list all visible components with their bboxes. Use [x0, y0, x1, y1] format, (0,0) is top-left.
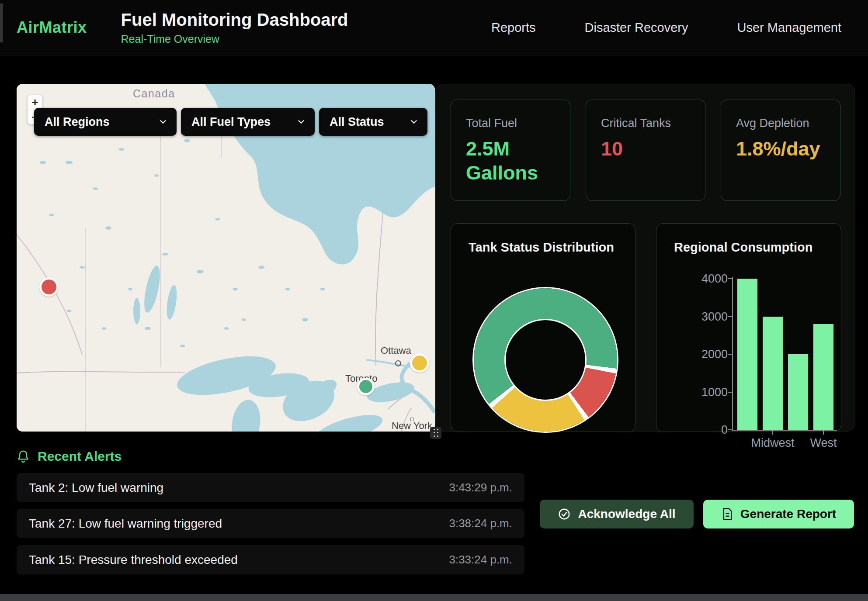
map-filters: All RegionsAll Fuel TypesAll Status	[34, 108, 427, 136]
stat-card-critical-tanks: Critical Tanks10	[586, 100, 705, 201]
alert-row[interactable]: Tank 27: Low fuel warning triggered3:38:…	[17, 509, 524, 538]
recent-alerts-header: Recent Alerts	[17, 449, 122, 464]
y-tick-label: 3000	[689, 310, 728, 323]
tank-status-donut-chart	[474, 288, 617, 432]
main-nav: ReportsDisaster RecoveryUser Management	[491, 21, 841, 35]
map-marker-critical[interactable]	[39, 277, 59, 297]
y-tick-label: 1000	[689, 385, 728, 399]
generate-report-button[interactable]: Generate Report	[703, 500, 854, 528]
bar-region-1	[737, 279, 757, 430]
stat-label: Total Fuel	[466, 117, 555, 130]
map-label-canada: Canada	[133, 87, 175, 100]
x-axis-line	[732, 430, 837, 431]
nav-disaster-recovery[interactable]: Disaster Recovery	[585, 21, 688, 35]
alert-timestamp: 3:33:24 p.m.	[449, 553, 512, 566]
bottom-scrollbar-strip[interactable]	[0, 594, 868, 601]
acknowledge-all-label: Acknowledge All	[578, 507, 675, 521]
stat-label: Avg Depletion	[736, 117, 825, 130]
check-circle-icon	[558, 508, 571, 521]
page-title: Fuel Monitoring Dashboard	[121, 10, 348, 30]
window-edge-artifact	[0, 3, 3, 42]
alert-row[interactable]: Tank 2: Low fuel warning3:43:29 p.m.	[17, 473, 524, 502]
alert-timestamp: 3:38:24 p.m.	[449, 517, 512, 530]
y-tick-mark	[728, 429, 733, 430]
y-tick-label: 2000	[689, 348, 728, 361]
chevron-down-icon	[158, 117, 168, 127]
brand-logo: AirMatrix	[17, 18, 87, 37]
page-subtitle: Real-Time Overview	[121, 33, 348, 45]
alert-text: Tank 15: Pressure threshold exceeded	[29, 553, 238, 567]
filter-label: All Regions	[45, 115, 110, 129]
nav-reports[interactable]: Reports	[491, 21, 536, 35]
tank-status-panel: Tank Status Distribution	[451, 223, 635, 432]
stat-value: 2.5M Gallons	[466, 137, 555, 185]
stat-card-total-fuel: Total Fuel2.5M Gallons	[451, 100, 570, 201]
map[interactable]: CanadaOttawaTorontoNew York + − All Regi…	[17, 84, 435, 432]
map-marker-normal[interactable]	[357, 378, 375, 395]
chevron-down-icon	[409, 117, 419, 127]
filter-label: All Fuel Types	[191, 115, 271, 129]
bar-midwest	[763, 317, 783, 430]
alert-timestamp: 3:43:29 p.m.	[449, 481, 512, 494]
metrics-panel: Total Fuel2.5M GallonsCritical Tanks10Av…	[435, 84, 855, 432]
regional-consumption-bar-chart: 01000200030004000MidwestWest	[656, 224, 841, 432]
alert-text: Tank 2: Low fuel warning	[29, 481, 163, 495]
y-tick-mark	[728, 316, 733, 317]
filter-label: All Status	[330, 115, 384, 129]
acknowledge-all-button[interactable]: Acknowledge All	[540, 500, 694, 528]
regional-consumption-panel: Regional Consumption 01000200030004000Mi…	[656, 223, 841, 432]
y-tick-mark	[728, 392, 733, 393]
generate-report-label: Generate Report	[740, 507, 836, 521]
alert-text: Tank 27: Low fuel warning triggered	[29, 517, 222, 531]
alert-row[interactable]: Tank 15: Pressure threshold exceeded3:33…	[17, 545, 524, 574]
map-label-ottawa: Ottawa	[381, 345, 411, 356]
stat-label: Critical Tanks	[601, 117, 690, 130]
filter-all-status[interactable]: All Status	[319, 108, 427, 136]
y-tick-mark	[728, 278, 733, 279]
stat-card-avg-depletion: Avg Depletion1.8%/day	[721, 100, 840, 201]
stat-value: 1.8%/day	[736, 137, 825, 161]
x-tick-mark	[772, 431, 773, 435]
x-tick-label-west: West	[788, 436, 858, 450]
donut-chart-title: Tank Status Distribution	[469, 240, 614, 255]
recent-alerts-title: Recent Alerts	[38, 449, 122, 464]
report-file-icon	[721, 508, 733, 521]
filter-all-regions[interactable]: All Regions	[34, 108, 177, 136]
title-block: Fuel Monitoring Dashboard Real-Time Over…	[121, 10, 348, 45]
chevron-down-icon	[296, 117, 306, 127]
map-label-new-york: New York	[392, 420, 432, 432]
bell-icon	[17, 449, 30, 463]
filter-all-fuel-types[interactable]: All Fuel Types	[181, 108, 315, 136]
y-tick-label: 4000	[689, 272, 728, 286]
y-tick-label: 0	[689, 423, 728, 437]
map-marker-warning[interactable]	[410, 353, 429, 373]
bar-region-3	[788, 354, 808, 430]
town-dot	[410, 418, 414, 421]
stat-value: 10	[601, 137, 690, 161]
x-tick-mark	[823, 431, 824, 435]
resize-grip[interactable]	[430, 427, 441, 439]
bar-west	[813, 324, 833, 430]
donut-hole	[504, 319, 587, 401]
town-dot	[395, 360, 401, 366]
nav-user-management[interactable]: User Management	[737, 21, 841, 35]
app-header: AirMatrix Fuel Monitoring Dashboard Real…	[0, 0, 868, 55]
y-tick-mark	[728, 354, 733, 355]
